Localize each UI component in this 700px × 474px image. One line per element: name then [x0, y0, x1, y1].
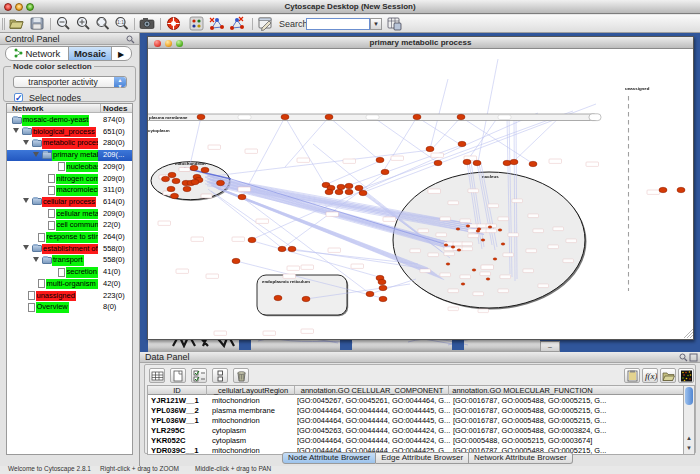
svg-text:f(x): f(x): [645, 371, 657, 381]
svg-text:nucleus: nucleus: [482, 174, 499, 179]
svg-text:plasma membrane: plasma membrane: [149, 115, 188, 120]
svg-text:unassigned: unassigned: [625, 86, 650, 91]
svg-text:mitochondrion: mitochondrion: [175, 161, 206, 166]
svg-text:1:1: 1:1: [117, 19, 124, 25]
svg-text:cytoplasm: cytoplasm: [148, 128, 170, 133]
svg-text:endoplasmic reticulum: endoplasmic reticulum: [262, 279, 310, 284]
